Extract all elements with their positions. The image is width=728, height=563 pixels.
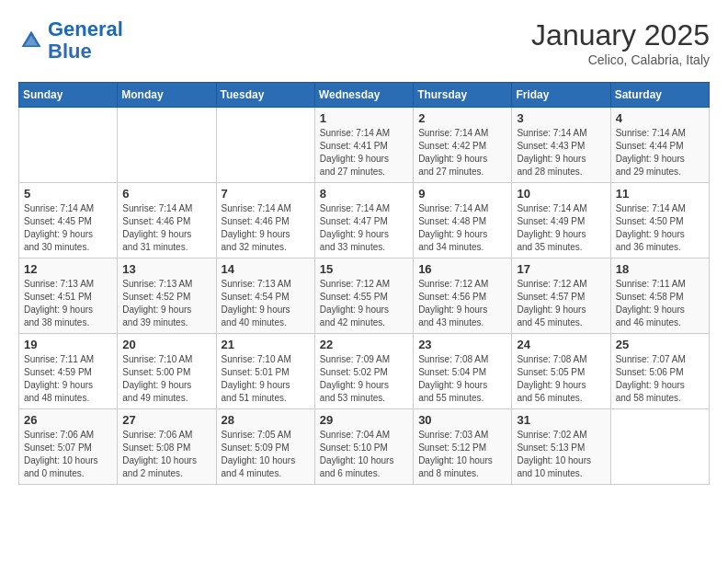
calendar-cell xyxy=(216,108,314,183)
day-info: Sunrise: 7:13 AM Sunset: 4:52 PM Dayligh… xyxy=(122,278,210,329)
day-info: Sunrise: 7:11 AM Sunset: 4:59 PM Dayligh… xyxy=(24,353,112,405)
calendar-cell: 13Sunrise: 7:13 AM Sunset: 4:52 PM Dayli… xyxy=(118,259,216,334)
logo-line2: Blue xyxy=(48,40,92,63)
day-info: Sunrise: 7:05 AM Sunset: 5:09 PM Dayligh… xyxy=(222,429,310,480)
calendar-cell xyxy=(610,409,709,485)
day-info: Sunrise: 7:11 AM Sunset: 4:58 PM Dayligh… xyxy=(616,278,704,329)
calendar-cell: 7Sunrise: 7:14 AM Sunset: 4:46 PM Daylig… xyxy=(216,183,314,259)
day-number: 23 xyxy=(418,338,506,351)
day-number: 7 xyxy=(222,187,310,201)
calendar-cell: 23Sunrise: 7:08 AM Sunset: 5:04 PM Dayli… xyxy=(414,334,512,409)
calendar-cell: 5Sunrise: 7:14 AM Sunset: 4:45 PM Daylig… xyxy=(19,183,118,259)
weekday-header-sunday: Sunday xyxy=(19,83,118,108)
calendar-cell: 17Sunrise: 7:12 AM Sunset: 4:57 PM Dayli… xyxy=(512,259,610,334)
day-number: 3 xyxy=(517,111,605,125)
calendar-cell: 4Sunrise: 7:14 AM Sunset: 4:44 PM Daylig… xyxy=(610,108,709,183)
day-info: Sunrise: 7:02 AM Sunset: 5:13 PM Dayligh… xyxy=(517,429,605,480)
calendar-cell: 27Sunrise: 7:06 AM Sunset: 5:08 PM Dayli… xyxy=(118,409,216,485)
logo-text: General Blue xyxy=(48,18,123,63)
calendar-cell: 9Sunrise: 7:14 AM Sunset: 4:48 PM Daylig… xyxy=(414,183,512,259)
day-number: 31 xyxy=(517,413,605,427)
calendar-cell: 15Sunrise: 7:12 AM Sunset: 4:55 PM Dayli… xyxy=(314,259,413,334)
calendar-cell xyxy=(19,108,118,183)
day-info: Sunrise: 7:10 AM Sunset: 5:01 PM Dayligh… xyxy=(222,353,310,405)
weekday-header-saturday: Saturday xyxy=(610,83,709,108)
day-info: Sunrise: 7:14 AM Sunset: 4:48 PM Dayligh… xyxy=(418,202,506,254)
calendar-cell: 11Sunrise: 7:14 AM Sunset: 4:50 PM Dayli… xyxy=(610,183,709,259)
logo-icon xyxy=(18,28,44,53)
calendar-cell: 26Sunrise: 7:06 AM Sunset: 5:07 PM Dayli… xyxy=(19,409,118,485)
day-info: Sunrise: 7:12 AM Sunset: 4:55 PM Dayligh… xyxy=(320,278,408,329)
day-info: Sunrise: 7:14 AM Sunset: 4:43 PM Dayligh… xyxy=(517,127,605,178)
day-number: 28 xyxy=(222,413,310,427)
logo-line1: General xyxy=(48,17,123,40)
calendar-table: SundayMondayTuesdayWednesdayThursdayFrid… xyxy=(18,82,710,485)
day-number: 5 xyxy=(24,187,112,201)
calendar-cell: 3Sunrise: 7:14 AM Sunset: 4:43 PM Daylig… xyxy=(512,108,610,183)
day-number: 21 xyxy=(222,338,310,351)
location: Celico, Calabria, Italy xyxy=(531,52,710,67)
day-number: 14 xyxy=(222,262,310,276)
day-number: 13 xyxy=(122,262,210,276)
day-info: Sunrise: 7:06 AM Sunset: 5:08 PM Dayligh… xyxy=(122,429,210,480)
day-number: 29 xyxy=(320,413,408,427)
day-info: Sunrise: 7:08 AM Sunset: 5:04 PM Dayligh… xyxy=(418,353,506,405)
day-number: 10 xyxy=(517,187,605,201)
calendar-cell: 29Sunrise: 7:04 AM Sunset: 5:10 PM Dayli… xyxy=(314,409,413,485)
day-number: 26 xyxy=(24,413,112,427)
calendar-cell: 18Sunrise: 7:11 AM Sunset: 4:58 PM Dayli… xyxy=(610,259,709,334)
day-info: Sunrise: 7:14 AM Sunset: 4:42 PM Dayligh… xyxy=(418,127,506,178)
calendar-week-5: 26Sunrise: 7:06 AM Sunset: 5:07 PM Dayli… xyxy=(19,409,710,485)
day-info: Sunrise: 7:08 AM Sunset: 5:05 PM Dayligh… xyxy=(517,353,605,405)
calendar-week-1: 1Sunrise: 7:14 AM Sunset: 4:41 PM Daylig… xyxy=(19,108,710,183)
calendar-cell: 14Sunrise: 7:13 AM Sunset: 4:54 PM Dayli… xyxy=(216,259,314,334)
calendar-cell: 20Sunrise: 7:10 AM Sunset: 5:00 PM Dayli… xyxy=(118,334,216,409)
day-info: Sunrise: 7:14 AM Sunset: 4:47 PM Dayligh… xyxy=(320,202,408,254)
weekday-header-thursday: Thursday xyxy=(414,83,512,108)
day-number: 8 xyxy=(320,187,408,201)
day-number: 11 xyxy=(616,187,704,201)
calendar-cell: 12Sunrise: 7:13 AM Sunset: 4:51 PM Dayli… xyxy=(19,259,118,334)
day-info: Sunrise: 7:14 AM Sunset: 4:50 PM Dayligh… xyxy=(616,202,704,254)
calendar-cell: 6Sunrise: 7:14 AM Sunset: 4:46 PM Daylig… xyxy=(118,183,216,259)
calendar-cell: 19Sunrise: 7:11 AM Sunset: 4:59 PM Dayli… xyxy=(19,334,118,409)
day-number: 12 xyxy=(24,262,112,276)
day-info: Sunrise: 7:12 AM Sunset: 4:57 PM Dayligh… xyxy=(517,278,605,329)
day-info: Sunrise: 7:14 AM Sunset: 4:45 PM Dayligh… xyxy=(24,202,112,254)
day-info: Sunrise: 7:10 AM Sunset: 5:00 PM Dayligh… xyxy=(122,353,210,405)
day-number: 27 xyxy=(122,413,210,427)
calendar-week-2: 5Sunrise: 7:14 AM Sunset: 4:45 PM Daylig… xyxy=(19,183,710,259)
day-info: Sunrise: 7:14 AM Sunset: 4:44 PM Dayligh… xyxy=(616,127,704,178)
calendar-cell: 31Sunrise: 7:02 AM Sunset: 5:13 PM Dayli… xyxy=(512,409,610,485)
day-number: 1 xyxy=(320,111,408,125)
calendar-cell: 16Sunrise: 7:12 AM Sunset: 4:56 PM Dayli… xyxy=(414,259,512,334)
day-number: 2 xyxy=(418,111,506,125)
page-header: General Blue January 2025 Celico, Calabr… xyxy=(18,18,710,67)
day-info: Sunrise: 7:07 AM Sunset: 5:06 PM Dayligh… xyxy=(616,353,704,405)
day-info: Sunrise: 7:09 AM Sunset: 5:02 PM Dayligh… xyxy=(320,353,408,405)
day-info: Sunrise: 7:12 AM Sunset: 4:56 PM Dayligh… xyxy=(418,278,506,329)
day-number: 19 xyxy=(24,338,112,351)
weekday-header-wednesday: Wednesday xyxy=(314,83,413,108)
logo: General Blue xyxy=(18,18,123,63)
calendar-cell: 21Sunrise: 7:10 AM Sunset: 5:01 PM Dayli… xyxy=(216,334,314,409)
day-info: Sunrise: 7:14 AM Sunset: 4:46 PM Dayligh… xyxy=(222,202,310,254)
day-number: 6 xyxy=(122,187,210,201)
calendar-header: SundayMondayTuesdayWednesdayThursdayFrid… xyxy=(19,83,710,108)
calendar-week-3: 12Sunrise: 7:13 AM Sunset: 4:51 PM Dayli… xyxy=(19,259,710,334)
day-number: 17 xyxy=(517,262,605,276)
day-number: 16 xyxy=(418,262,506,276)
title-block: January 2025 Celico, Calabria, Italy xyxy=(531,18,710,67)
day-info: Sunrise: 7:06 AM Sunset: 5:07 PM Dayligh… xyxy=(24,429,112,480)
calendar-cell: 8Sunrise: 7:14 AM Sunset: 4:47 PM Daylig… xyxy=(314,183,413,259)
day-info: Sunrise: 7:03 AM Sunset: 5:12 PM Dayligh… xyxy=(418,429,506,480)
calendar-cell: 25Sunrise: 7:07 AM Sunset: 5:06 PM Dayli… xyxy=(610,334,709,409)
calendar-cell: 30Sunrise: 7:03 AM Sunset: 5:12 PM Dayli… xyxy=(414,409,512,485)
weekday-header-monday: Monday xyxy=(118,83,216,108)
day-number: 4 xyxy=(616,111,704,125)
day-number: 20 xyxy=(122,338,210,351)
calendar-cell: 28Sunrise: 7:05 AM Sunset: 5:09 PM Dayli… xyxy=(216,409,314,485)
day-info: Sunrise: 7:13 AM Sunset: 4:54 PM Dayligh… xyxy=(222,278,310,329)
day-number: 15 xyxy=(320,262,408,276)
calendar-cell: 10Sunrise: 7:14 AM Sunset: 4:49 PM Dayli… xyxy=(512,183,610,259)
